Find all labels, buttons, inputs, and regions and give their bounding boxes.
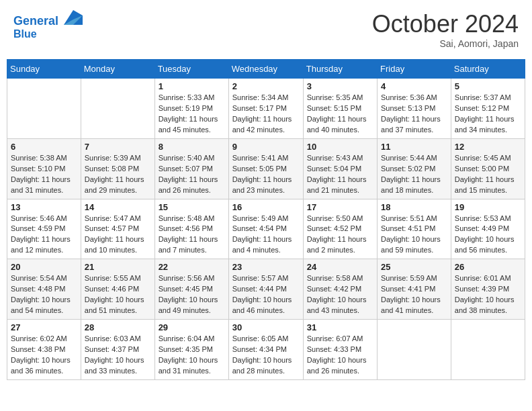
calendar-cell: 15Sunrise: 5:48 AM Sunset: 4:56 PM Dayli… [154,199,228,259]
calendar-cell: 19Sunrise: 5:53 AM Sunset: 4:49 PM Dayli… [451,199,525,259]
day-number: 24 [307,262,373,272]
day-number: 11 [381,142,447,152]
day-number: 12 [455,142,521,152]
day-info: Sunrise: 5:57 AM Sunset: 4:44 PM Dayligh… [232,273,300,316]
day-number: 4 [381,81,447,91]
day-number: 27 [11,322,77,332]
day-info: Sunrise: 5:33 AM Sunset: 5:19 PM Dayligh… [159,93,225,136]
day-info: Sunrise: 6:03 AM Sunset: 4:37 PM Dayligh… [85,334,151,377]
day-number: 26 [455,262,521,272]
day-info: Sunrise: 5:41 AM Sunset: 5:05 PM Dayligh… [232,153,300,196]
calendar-cell: 23Sunrise: 5:57 AM Sunset: 4:44 PM Dayli… [228,259,303,320]
calendar-cell: 26Sunrise: 6:01 AM Sunset: 4:39 PM Dayli… [451,259,525,320]
logo-text: General [13,10,83,28]
day-number: 22 [159,262,225,272]
day-info: Sunrise: 5:44 AM Sunset: 5:02 PM Dayligh… [381,153,447,196]
calendar-cell: 5Sunrise: 5:37 AM Sunset: 5:12 PM Daylig… [451,79,525,139]
calendar-cell: 12Sunrise: 5:45 AM Sunset: 5:00 PM Dayli… [451,138,525,199]
day-info: Sunrise: 5:59 AM Sunset: 4:41 PM Dayligh… [381,273,447,316]
day-info: Sunrise: 5:40 AM Sunset: 5:07 PM Dayligh… [159,153,225,196]
day-info: Sunrise: 5:49 AM Sunset: 4:54 PM Dayligh… [232,214,300,257]
calendar-cell: 16Sunrise: 5:49 AM Sunset: 4:54 PM Dayli… [228,199,303,259]
day-number: 1 [159,81,225,91]
weekday-header-saturday: Saturday [451,60,525,79]
weekday-header-sunday: Sunday [7,60,81,79]
calendar-cell: 21Sunrise: 5:55 AM Sunset: 4:46 PM Dayli… [81,259,154,320]
day-info: Sunrise: 6:01 AM Sunset: 4:39 PM Dayligh… [455,273,521,316]
calendar-cell [7,79,81,139]
calendar-week-row: 6Sunrise: 5:38 AM Sunset: 5:10 PM Daylig… [7,138,525,199]
calendar-cell: 22Sunrise: 5:56 AM Sunset: 4:45 PM Dayli… [154,259,228,320]
calendar-cell: 28Sunrise: 6:03 AM Sunset: 4:37 PM Dayli… [81,320,154,380]
day-info: Sunrise: 6:05 AM Sunset: 4:34 PM Dayligh… [232,334,300,377]
calendar-cell: 11Sunrise: 5:44 AM Sunset: 5:02 PM Dayli… [378,138,451,199]
weekday-header-wednesday: Wednesday [228,60,303,79]
calendar-cell: 18Sunrise: 5:51 AM Sunset: 4:51 PM Dayli… [378,199,451,259]
calendar-week-row: 20Sunrise: 5:54 AM Sunset: 4:48 PM Dayli… [7,259,525,320]
calendar-cell: 29Sunrise: 6:04 AM Sunset: 4:35 PM Dayli… [154,320,228,380]
calendar-cell [81,79,154,139]
day-number: 6 [11,142,77,152]
day-info: Sunrise: 5:39 AM Sunset: 5:08 PM Dayligh… [85,153,151,196]
day-number: 23 [232,262,300,272]
day-info: Sunrise: 5:36 AM Sunset: 5:13 PM Dayligh… [381,93,447,136]
calendar-week-row: 27Sunrise: 6:02 AM Sunset: 4:38 PM Dayli… [7,320,525,380]
day-number: 13 [11,202,77,212]
title-block: October 2024 Sai, Aomori, Japan [372,10,519,49]
day-number: 3 [307,81,373,91]
calendar-cell: 1Sunrise: 5:33 AM Sunset: 5:19 PM Daylig… [154,79,228,139]
day-info: Sunrise: 5:38 AM Sunset: 5:10 PM Dayligh… [11,153,77,196]
weekday-header-friday: Friday [378,60,451,79]
day-number: 7 [85,142,151,152]
calendar-cell: 13Sunrise: 5:46 AM Sunset: 4:59 PM Dayli… [7,199,81,259]
page-header: General Blue October 2024 Sai, Aomori, J… [7,7,525,52]
day-info: Sunrise: 5:56 AM Sunset: 4:45 PM Dayligh… [159,273,225,316]
day-number: 30 [232,322,300,332]
day-number: 14 [85,202,151,212]
calendar-cell: 7Sunrise: 5:39 AM Sunset: 5:08 PM Daylig… [81,138,154,199]
calendar-week-row: 1Sunrise: 5:33 AM Sunset: 5:19 PM Daylig… [7,79,525,139]
day-number: 25 [381,262,447,272]
day-info: Sunrise: 5:37 AM Sunset: 5:12 PM Dayligh… [455,93,521,136]
calendar-cell: 3Sunrise: 5:35 AM Sunset: 5:15 PM Daylig… [303,79,377,139]
calendar-cell: 27Sunrise: 6:02 AM Sunset: 4:38 PM Dayli… [7,320,81,380]
day-number: 8 [159,142,225,152]
day-info: Sunrise: 5:48 AM Sunset: 4:56 PM Dayligh… [159,214,225,257]
day-info: Sunrise: 5:43 AM Sunset: 5:04 PM Dayligh… [307,153,373,196]
day-info: Sunrise: 5:46 AM Sunset: 4:59 PM Dayligh… [11,214,77,257]
calendar-cell: 20Sunrise: 5:54 AM Sunset: 4:48 PM Dayli… [7,259,81,320]
logo-icon [64,10,83,25]
day-number: 2 [232,81,300,91]
calendar-cell: 30Sunrise: 6:05 AM Sunset: 4:34 PM Dayli… [228,320,303,380]
calendar-cell: 25Sunrise: 5:59 AM Sunset: 4:41 PM Dayli… [378,259,451,320]
month-title: October 2024 [372,10,519,38]
calendar-cell [378,320,451,380]
day-info: Sunrise: 5:58 AM Sunset: 4:42 PM Dayligh… [307,273,373,316]
day-number: 19 [455,202,521,212]
day-number: 31 [307,322,373,332]
day-number: 29 [159,322,225,332]
day-info: Sunrise: 5:34 AM Sunset: 5:17 PM Dayligh… [232,93,300,136]
weekday-header-tuesday: Tuesday [154,60,228,79]
day-info: Sunrise: 6:07 AM Sunset: 4:33 PM Dayligh… [307,334,373,377]
day-info: Sunrise: 5:53 AM Sunset: 4:49 PM Dayligh… [455,214,521,257]
location: Sai, Aomori, Japan [372,38,519,49]
weekday-header-monday: Monday [81,60,154,79]
day-info: Sunrise: 5:35 AM Sunset: 5:15 PM Dayligh… [307,93,373,136]
day-info: Sunrise: 6:04 AM Sunset: 4:35 PM Dayligh… [159,334,225,377]
calendar-cell: 4Sunrise: 5:36 AM Sunset: 5:13 PM Daylig… [378,79,451,139]
day-number: 9 [232,142,300,152]
day-number: 16 [232,202,300,212]
day-number: 20 [11,262,77,272]
day-number: 28 [85,322,151,332]
logo-blue: Blue [13,28,83,40]
calendar-table: SundayMondayTuesdayWednesdayThursdayFrid… [7,59,525,380]
day-number: 18 [381,202,447,212]
calendar-cell: 6Sunrise: 5:38 AM Sunset: 5:10 PM Daylig… [7,138,81,199]
day-info: Sunrise: 6:02 AM Sunset: 4:38 PM Dayligh… [11,334,77,377]
calendar-cell: 17Sunrise: 5:50 AM Sunset: 4:52 PM Dayli… [303,199,377,259]
day-number: 10 [307,142,373,152]
calendar-cell [451,320,525,380]
weekday-header-thursday: Thursday [303,60,377,79]
calendar-cell: 31Sunrise: 6:07 AM Sunset: 4:33 PM Dayli… [303,320,377,380]
